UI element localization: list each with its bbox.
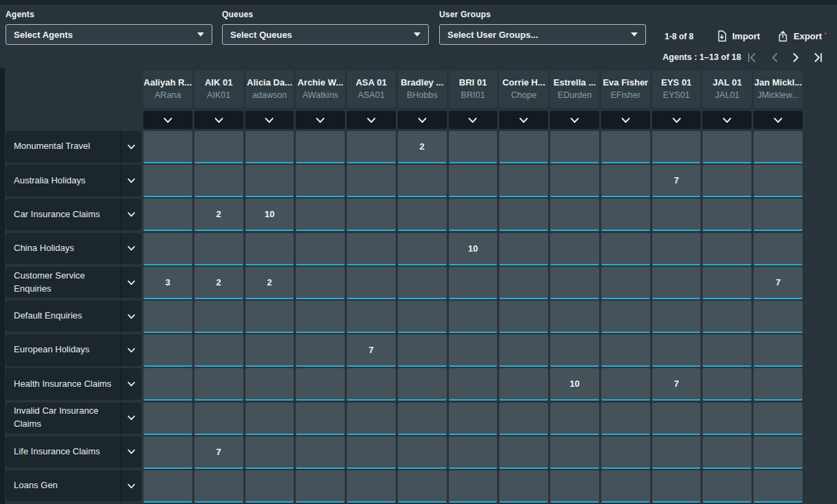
queue-expand-button[interactable] xyxy=(121,301,141,332)
agent-column-menu-button[interactable] xyxy=(194,111,243,129)
matrix-cell[interactable] xyxy=(601,267,650,299)
matrix-cell[interactable] xyxy=(296,233,345,265)
matrix-cell[interactable] xyxy=(449,334,498,367)
matrix-cell[interactable] xyxy=(245,470,294,503)
matrix-cell[interactable] xyxy=(449,470,498,503)
matrix-cell[interactable]: 2 xyxy=(398,131,447,163)
matrix-cell[interactable] xyxy=(601,470,650,503)
queue-expand-button[interactable] xyxy=(121,165,141,196)
matrix-cell[interactable]: 2 xyxy=(194,199,243,231)
matrix-cell[interactable] xyxy=(754,334,803,367)
matrix-cell[interactable] xyxy=(550,199,599,231)
queue-expand-button[interactable] xyxy=(121,267,141,299)
matrix-cell[interactable] xyxy=(194,233,243,265)
matrix-cell[interactable] xyxy=(703,267,752,299)
matrix-cell[interactable] xyxy=(550,470,599,503)
matrix-cell[interactable] xyxy=(499,165,548,197)
matrix-cell[interactable] xyxy=(296,334,345,367)
matrix-cell[interactable] xyxy=(143,470,192,503)
matrix-cell[interactable] xyxy=(245,403,294,435)
matrix-cell[interactable] xyxy=(143,436,192,469)
agent-column-menu-button[interactable] xyxy=(296,111,345,129)
matrix-cell[interactable] xyxy=(398,470,447,503)
matrix-cell[interactable] xyxy=(652,436,701,469)
matrix-cell[interactable] xyxy=(499,334,548,367)
matrix-cell[interactable] xyxy=(499,470,548,503)
matrix-cell[interactable] xyxy=(296,165,345,197)
matrix-cell[interactable] xyxy=(296,470,345,503)
matrix-cell[interactable] xyxy=(754,131,803,163)
matrix-cell[interactable] xyxy=(754,165,803,197)
matrix-cell[interactable] xyxy=(703,470,752,503)
matrix-cell[interactable] xyxy=(296,436,345,469)
matrix-cell[interactable] xyxy=(245,334,294,367)
matrix-cell[interactable] xyxy=(143,199,192,231)
matrix-cell[interactable] xyxy=(652,334,701,367)
matrix-cell[interactable] xyxy=(398,436,447,469)
matrix-cell[interactable] xyxy=(550,131,599,163)
matrix-cell[interactable] xyxy=(449,267,498,299)
matrix-cell[interactable] xyxy=(143,368,192,401)
matrix-cell[interactable] xyxy=(703,334,752,367)
user-groups-select[interactable]: Select User Groups... xyxy=(439,24,646,45)
queue-expand-button[interactable] xyxy=(121,334,141,366)
matrix-cell[interactable] xyxy=(601,436,650,469)
matrix-cell[interactable] xyxy=(143,165,192,197)
matrix-cell[interactable] xyxy=(398,233,447,265)
matrix-cell[interactable]: 10 xyxy=(245,199,294,231)
matrix-cell[interactable] xyxy=(194,368,243,401)
matrix-cell[interactable] xyxy=(550,165,599,197)
matrix-cell[interactable] xyxy=(703,403,752,435)
matrix-cell[interactable] xyxy=(245,165,294,197)
matrix-cell[interactable]: 2 xyxy=(194,267,243,299)
matrix-cell[interactable] xyxy=(347,131,396,163)
matrix-cell[interactable] xyxy=(652,131,701,163)
matrix-cell[interactable] xyxy=(143,131,192,163)
matrix-cell[interactable]: 2 xyxy=(245,267,294,299)
matrix-cell[interactable] xyxy=(703,233,752,265)
matrix-cell[interactable] xyxy=(703,131,752,163)
queues-select[interactable]: Select Queues xyxy=(222,24,429,45)
matrix-cell[interactable] xyxy=(652,301,701,333)
matrix-cell[interactable] xyxy=(398,368,447,401)
export-button[interactable]: Export xyxy=(778,28,822,44)
matrix-cell[interactable] xyxy=(143,403,192,435)
matrix-cell[interactable] xyxy=(194,403,243,435)
pagination-next-button[interactable] xyxy=(788,51,805,63)
agent-column-menu-button[interactable] xyxy=(601,111,650,129)
matrix-cell[interactable] xyxy=(398,267,447,299)
matrix-cell[interactable] xyxy=(754,436,803,469)
queue-expand-button[interactable] xyxy=(121,233,141,265)
matrix-cell[interactable] xyxy=(703,301,752,333)
matrix-cell[interactable] xyxy=(601,334,650,367)
matrix-cell[interactable]: 7 xyxy=(194,436,243,469)
matrix-cell[interactable] xyxy=(754,403,803,435)
matrix-cell[interactable] xyxy=(398,199,447,231)
matrix-cell[interactable] xyxy=(499,267,548,299)
matrix-cell[interactable]: 7 xyxy=(754,267,803,299)
agent-column-menu-button[interactable] xyxy=(703,111,752,129)
matrix-cell[interactable] xyxy=(449,131,498,163)
matrix-cell[interactable] xyxy=(652,199,701,231)
matrix-cell[interactable] xyxy=(754,470,803,503)
matrix-cell[interactable] xyxy=(550,301,599,333)
matrix-cell[interactable] xyxy=(347,267,396,299)
matrix-cell[interactable] xyxy=(499,199,548,231)
matrix-cell[interactable] xyxy=(398,301,447,333)
matrix-cell[interactable] xyxy=(296,368,345,401)
matrix-cell[interactable] xyxy=(601,301,650,333)
pagination-first-button[interactable] xyxy=(743,51,760,63)
matrix-cell[interactable]: 7 xyxy=(347,334,396,367)
agent-column-menu-button[interactable] xyxy=(499,111,548,129)
matrix-cell[interactable] xyxy=(194,131,243,163)
matrix-cell[interactable] xyxy=(499,403,548,435)
matrix-cell[interactable] xyxy=(449,368,498,401)
queue-expand-button[interactable] xyxy=(121,131,141,163)
matrix-cell[interactable] xyxy=(347,470,396,503)
matrix-cell[interactable] xyxy=(296,403,345,435)
matrix-cell[interactable] xyxy=(652,403,701,435)
matrix-cell[interactable] xyxy=(449,301,498,333)
agent-column-menu-button[interactable] xyxy=(652,111,701,129)
matrix-cell[interactable] xyxy=(194,301,243,333)
matrix-cell[interactable] xyxy=(754,368,803,401)
